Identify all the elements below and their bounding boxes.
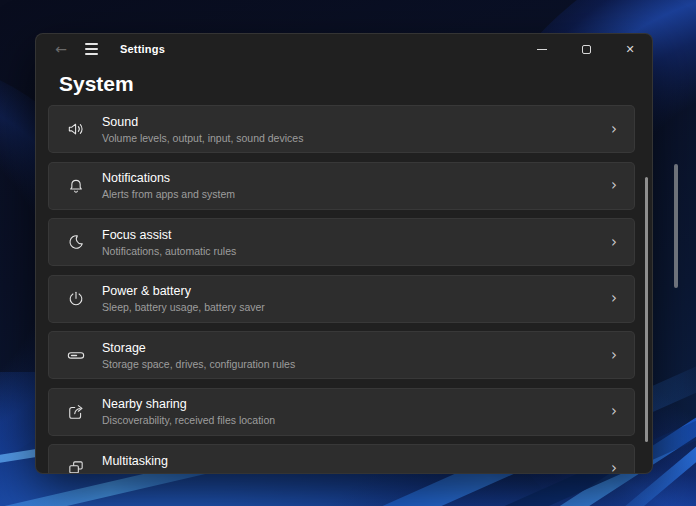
- hamburger-menu-button[interactable]: [76, 37, 106, 61]
- close-button[interactable]: ✕: [608, 34, 652, 64]
- settings-item-subtitle: Volume levels, output, input, sound devi…: [102, 132, 303, 144]
- settings-item-power-battery[interactable]: Power & battery Sleep, battery usage, ba…: [48, 275, 635, 323]
- multitasking-icon: [66, 458, 86, 474]
- chevron-right-icon: ›: [611, 461, 617, 475]
- back-icon: ←: [55, 42, 67, 56]
- settings-item-text: Focus assist Notifications, automatic ru…: [102, 228, 236, 257]
- settings-item-sound[interactable]: Sound Volume levels, output, input, soun…: [48, 105, 635, 153]
- settings-item-text: Sound Volume levels, output, input, soun…: [102, 115, 303, 144]
- app-title: Settings: [120, 43, 165, 55]
- settings-item-subtitle: Snap windows, desktops, task switching: [102, 471, 289, 475]
- settings-item-nearby-sharing[interactable]: Nearby sharing Discoverability, received…: [48, 388, 635, 436]
- settings-item-title: Multitasking: [102, 454, 289, 468]
- settings-item-title: Focus assist: [102, 228, 236, 242]
- close-icon: ✕: [625, 43, 634, 56]
- window-controls: ✕: [520, 34, 652, 64]
- settings-item-title: Notifications: [102, 171, 235, 185]
- settings-list: Sound Volume levels, output, input, soun…: [48, 105, 635, 474]
- maximize-button[interactable]: [564, 34, 608, 64]
- chevron-right-icon: ›: [611, 178, 617, 193]
- focus-assist-icon: [66, 232, 86, 252]
- settings-item-subtitle: Notifications, automatic rules: [102, 245, 236, 257]
- settings-item-title: Sound: [102, 115, 303, 129]
- chevron-right-icon: ›: [611, 404, 617, 419]
- nearby-sharing-icon: [66, 402, 86, 422]
- settings-item-text: Nearby sharing Discoverability, received…: [102, 397, 275, 426]
- settings-item-title: Power & battery: [102, 284, 265, 298]
- settings-item-text: Multitasking Snap windows, desktops, tas…: [102, 454, 289, 475]
- storage-icon: [66, 345, 86, 365]
- power-battery-icon: [66, 289, 86, 309]
- chevron-right-icon: ›: [611, 291, 617, 306]
- settings-item-focus-assist[interactable]: Focus assist Notifications, automatic ru…: [48, 218, 635, 266]
- settings-item-subtitle: Discoverability, received files location: [102, 414, 275, 426]
- minimize-icon: [537, 49, 547, 50]
- settings-item-subtitle: Storage space, drives, configuration rul…: [102, 358, 295, 370]
- settings-item-text: Notifications Alerts from apps and syste…: [102, 171, 235, 200]
- settings-item-title: Storage: [102, 341, 295, 355]
- page-title: System: [59, 71, 652, 97]
- window-scrollbar[interactable]: [645, 177, 648, 442]
- settings-item-notifications[interactable]: Notifications Alerts from apps and syste…: [48, 162, 635, 210]
- titlebar: ← Settings ✕: [36, 34, 652, 64]
- chevron-right-icon: ›: [611, 235, 617, 250]
- settings-window: ← Settings ✕ System: [35, 33, 653, 474]
- chevron-right-icon: ›: [611, 348, 617, 363]
- notifications-icon: [66, 176, 86, 196]
- settings-item-title: Nearby sharing: [102, 397, 275, 411]
- settings-item-text: Power & battery Sleep, battery usage, ba…: [102, 284, 265, 313]
- hamburger-icon: [85, 43, 98, 55]
- sound-icon: [66, 119, 86, 139]
- settings-item-multitasking[interactable]: Multitasking Snap windows, desktops, tas…: [48, 444, 635, 474]
- titlebar-left: ← Settings: [36, 37, 165, 61]
- maximize-icon: [582, 45, 591, 54]
- settings-item-text: Storage Storage space, drives, configura…: [102, 341, 295, 370]
- desktop: ← Settings ✕ System: [0, 0, 696, 506]
- back-button[interactable]: ←: [46, 37, 76, 61]
- background-scrollbar[interactable]: [674, 164, 678, 288]
- settings-item-subtitle: Alerts from apps and system: [102, 188, 235, 200]
- settings-item-subtitle: Sleep, battery usage, battery saver: [102, 301, 265, 313]
- chevron-right-icon: ›: [611, 122, 617, 137]
- settings-item-storage[interactable]: Storage Storage space, drives, configura…: [48, 331, 635, 379]
- minimize-button[interactable]: [520, 34, 564, 64]
